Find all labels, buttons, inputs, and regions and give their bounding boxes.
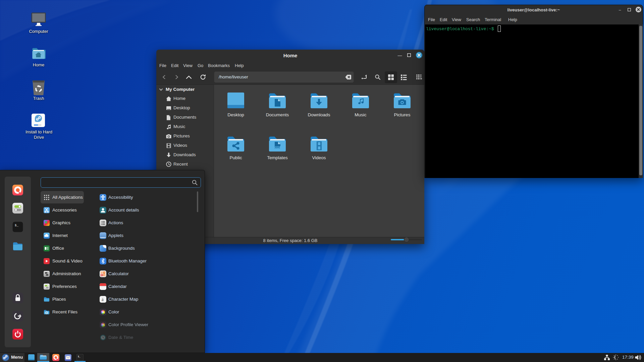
svg-text:$_: $_ bbox=[78, 356, 80, 358]
svg-text:$_: $_ bbox=[15, 224, 18, 227]
svg-text:á: á bbox=[102, 297, 104, 302]
